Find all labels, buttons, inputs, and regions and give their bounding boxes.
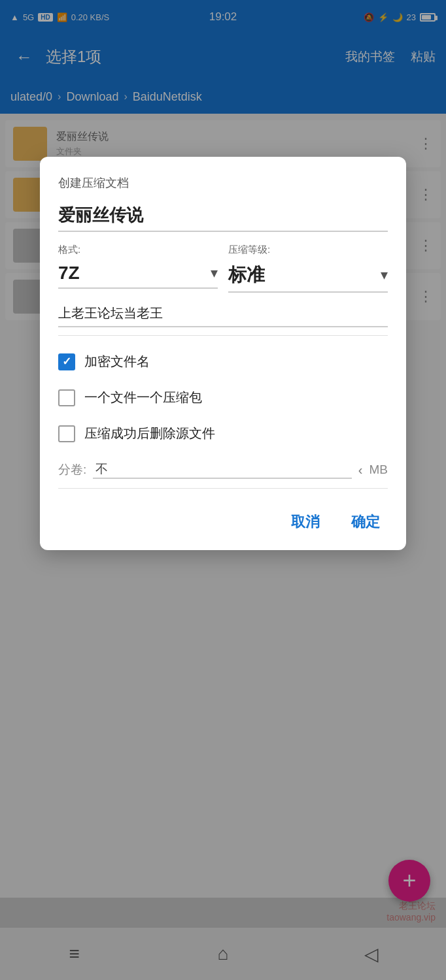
one-file-row: 一个文件一个压缩包 (58, 380, 388, 416)
password-input[interactable] (58, 303, 388, 327)
cancel-button[interactable]: 取消 (283, 507, 328, 537)
level-select[interactable]: 标准 ▾ (228, 260, 388, 293)
level-field: 压缩等级: 标准 ▾ (228, 244, 388, 293)
delete-source-row: 压缩成功后删除源文件 (58, 416, 388, 451)
format-value: 7Z (58, 263, 80, 284)
filename-input[interactable] (58, 203, 388, 232)
dialog-overlay: 创建压缩文档 格式: 7Z ▾ 压缩等级: 标准 ▾ (0, 0, 446, 980)
split-input[interactable] (93, 461, 352, 479)
encrypt-filename-label: 加密文件名 (84, 353, 150, 370)
split-unit: MB (369, 463, 388, 477)
encrypt-filename-checkbox[interactable]: ✓ (58, 353, 75, 370)
divider-1 (58, 335, 388, 336)
delete-source-label: 压缩成功后删除源文件 (84, 425, 215, 442)
level-value: 标准 (228, 263, 265, 287)
one-file-label: 一个文件一个压缩包 (84, 389, 202, 406)
format-label: 格式: (58, 244, 218, 256)
delete-source-checkbox[interactable] (58, 425, 75, 442)
dialog-title: 创建压缩文档 (58, 175, 388, 191)
format-field: 格式: 7Z ▾ (58, 244, 218, 289)
encrypt-filename-row: ✓ 加密文件名 (58, 344, 388, 380)
confirm-button[interactable]: 确定 (343, 507, 388, 537)
create-archive-dialog: 创建压缩文档 格式: 7Z ▾ 压缩等级: 标准 ▾ (40, 157, 406, 550)
format-arrow-icon: ▾ (211, 265, 218, 282)
split-arrow-icon[interactable]: ‹ (358, 463, 363, 478)
level-arrow-icon: ▾ (381, 267, 388, 284)
check-icon: ✓ (62, 355, 71, 368)
level-label: 压缩等级: (228, 244, 388, 256)
password-row (58, 303, 388, 327)
one-file-checkbox[interactable] (58, 389, 75, 406)
format-level-row: 格式: 7Z ▾ 压缩等级: 标准 ▾ (58, 244, 388, 293)
dialog-buttons: 取消 确定 (58, 502, 388, 537)
format-select[interactable]: 7Z ▾ (58, 260, 218, 289)
split-label: 分卷: (58, 461, 86, 478)
split-volume-row: 分卷: ‹ MB (58, 451, 388, 489)
